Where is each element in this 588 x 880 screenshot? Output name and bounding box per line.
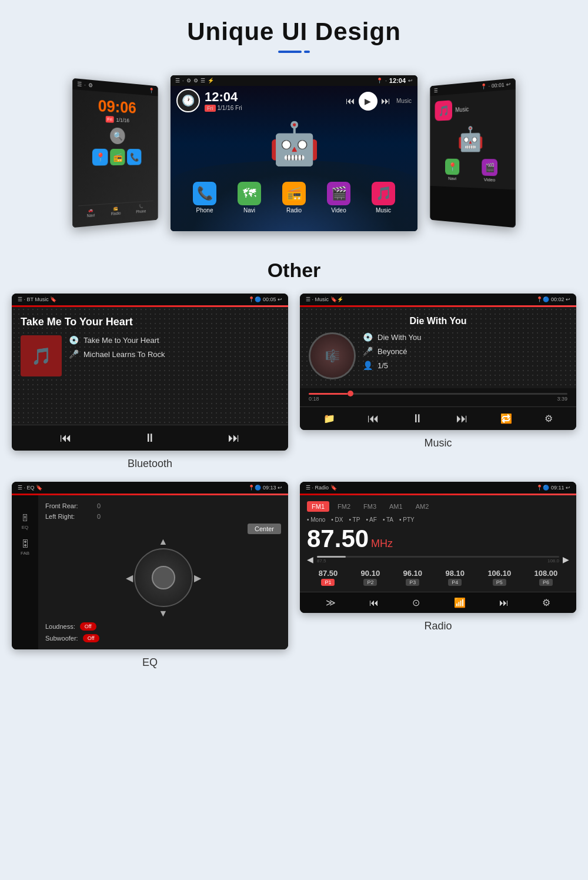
eq-sidebar-eq[interactable]: 🎚 EQ	[21, 513, 30, 530]
loudness-row: Loudness: Off	[45, 622, 281, 631]
option-ta[interactable]: TA	[383, 516, 393, 523]
prev-icon[interactable]: ⏮	[346, 96, 355, 106]
eq-knob-control: ▲ ◀ ▶ ▼	[126, 536, 201, 619]
progress-handle[interactable]	[348, 391, 353, 396]
music-repeat-icon[interactable]: 🔁	[500, 413, 512, 424]
music-track-row: 👤 1/5	[363, 361, 567, 370]
preset-p2-badge: P2	[363, 579, 377, 586]
music-next-button[interactable]: ⏭	[456, 412, 468, 425]
eq-left-button[interactable]: ◀	[126, 572, 133, 584]
app-phone-icon[interactable]: 📞	[127, 149, 141, 165]
radio-status-bar: ☰ · Radio 🔖 📍🔵 09:11 ↩	[300, 482, 576, 494]
right-video-item[interactable]: 🎬 Video	[482, 159, 497, 183]
app-radio-center[interactable]: 📻 Radio	[282, 182, 306, 214]
option-dx[interactable]: DX	[331, 516, 343, 523]
nav-item-radio[interactable]: 📻 Radio	[111, 206, 121, 216]
radio-status-left: ☰ · Radio 🔖	[306, 485, 337, 491]
eq-up-button[interactable]: ▲	[159, 536, 168, 547]
nav-item-phone[interactable]: 📞 Phone	[136, 204, 146, 214]
music-progress-fill	[309, 393, 348, 395]
app-video-center[interactable]: 🎬 Video	[327, 182, 350, 214]
preset-p3-badge: P3	[406, 579, 419, 586]
bt-pause-button[interactable]: ⏸	[144, 431, 156, 445]
radio-band-fm2[interactable]: FM2	[333, 501, 355, 512]
clock-icon: 🕐	[176, 89, 200, 112]
option-mono[interactable]: Mono	[307, 516, 325, 523]
music-screen-frame: ☰ · Music 🔖⚡ 📍🔵 00:02 ↩ Die With You 🎼 💿	[300, 294, 576, 430]
eq-knob[interactable]	[134, 548, 193, 607]
nav-item-navi[interactable]: 🚗 Navi	[87, 208, 95, 218]
radio-settings-icon[interactable]: ⚙	[542, 597, 550, 608]
option-tp[interactable]: TP	[349, 516, 360, 523]
radio-tune-right[interactable]: ▶	[563, 555, 569, 564]
page-title: Unique UI Design	[0, 18, 588, 46]
radio-list-icon[interactable]: ≫	[326, 597, 336, 608]
music-prev-button[interactable]: ⏮	[368, 412, 379, 425]
eq-status-right: 📍🔵 09:13 ↩	[248, 485, 282, 491]
search-icon[interactable]: 🔍	[110, 128, 125, 145]
left-apps: 📍 📻 📞	[92, 149, 141, 166]
subwoofer-row: Subwoofer: Off	[45, 634, 281, 642]
app-radio-icon[interactable]: 📻	[110, 149, 125, 165]
option-af[interactable]: AF	[366, 516, 377, 523]
radio-band-fm3[interactable]: FM3	[359, 501, 381, 512]
music-artist-row: 🎤 Beyoncé	[363, 346, 567, 356]
music-status-bar: ☰ · Music 🔖⚡ 📍🔵 00:02 ↩	[300, 294, 576, 305]
music-progress-bar[interactable]	[309, 393, 567, 395]
radio-slider-track: 87.5108.0	[317, 556, 559, 564]
radio-band-am1[interactable]: AM1	[385, 501, 407, 512]
bt-next-button[interactable]: ⏭	[228, 431, 240, 445]
music-song-title: Die With You	[309, 316, 567, 326]
radio-progress-bar[interactable]	[317, 556, 559, 558]
front-rear-label: Front Rear:	[45, 502, 92, 509]
app-navi-icon[interactable]: 📍	[92, 149, 108, 166]
radio-band-fm1[interactable]: FM1	[307, 501, 329, 512]
radio-preset-p4[interactable]: 98.10 P4	[445, 569, 465, 586]
radio-band-am2[interactable]: AM2	[411, 501, 434, 512]
app-music-center[interactable]: 🎵 Music	[372, 182, 395, 214]
center-screen: ☰·⚙⚙☰⚡ 📍· 12:04 ↩ 🕐 12:04	[171, 75, 417, 231]
preset-p4-badge: P4	[448, 579, 462, 586]
subwoofer-toggle[interactable]: Off	[83, 634, 99, 642]
radio-preset-p3[interactable]: 96.10 P3	[403, 569, 423, 586]
bt-prev-button[interactable]: ⏮	[60, 431, 72, 445]
eq-down-button[interactable]: ▼	[159, 608, 168, 619]
eq-screen-label: EQ	[142, 656, 158, 669]
radio-scan-icon[interactable]: ⊙	[412, 597, 420, 608]
preset-p2-freq: 90.10	[361, 569, 380, 578]
eq-sidebar-fab[interactable]: 🎛 FAB	[21, 539, 30, 556]
radio-prev-button[interactable]: ⏮	[369, 598, 379, 608]
right-navi-icon: 📍	[445, 159, 459, 175]
play-button[interactable]: ▶	[359, 92, 377, 111]
music-progress-container: 0:18 3:39	[300, 388, 576, 406]
loudness-toggle[interactable]: Off	[80, 622, 96, 631]
center-screen-content: 🕐 12:04 Fri 1/1/16 Fri ⏮	[171, 86, 417, 231]
radio-preset-p2[interactable]: 90.10 P2	[361, 569, 380, 586]
music-disc-icon: 💿	[363, 332, 373, 342]
radio-tune-left[interactable]: ◀	[307, 555, 313, 564]
eq-right-button[interactable]: ▶	[194, 572, 201, 584]
app-navi-center[interactable]: 🗺 Navi	[238, 182, 261, 214]
radio-screen-label: Radio	[424, 620, 452, 632]
center-status-bar: ☰·⚙⚙☰⚡ 📍· 12:04 ↩	[171, 75, 417, 86]
music-settings-icon[interactable]: ⚙	[544, 413, 553, 424]
center-status-right: 📍· 12:04 ↩	[376, 77, 413, 84]
app-phone-center[interactable]: 📞 Phone	[193, 182, 216, 214]
center-button[interactable]: Center	[248, 524, 281, 534]
bt-artist-name: Michael Learns To Rock	[83, 350, 165, 359]
radio-antenna-icon[interactable]: 📶	[454, 597, 466, 608]
radio-preset-p5[interactable]: 106.10 P5	[487, 569, 511, 586]
bt-status-left: ☰ · BT Music 🔖	[18, 296, 56, 302]
next-icon[interactable]: ⏭	[381, 96, 390, 106]
radio-next-button[interactable]: ⏭	[499, 598, 509, 608]
radio-preset-p1[interactable]: 87.50 P1	[319, 569, 338, 586]
music-album-art: 🎼	[309, 332, 356, 379]
option-pty[interactable]: PTY	[399, 516, 415, 523]
radio-preset-p6[interactable]: 108.00 P6	[534, 569, 558, 586]
right-music-icon: 🎵	[435, 100, 453, 121]
music-pause-button[interactable]: ⏸	[412, 412, 423, 425]
radio-app-icon: 📻	[282, 182, 306, 205]
music-folder-icon[interactable]: 📁	[323, 413, 335, 424]
track-icon: 👤	[363, 361, 373, 370]
right-navi-item[interactable]: 📍 Navi	[445, 159, 459, 182]
